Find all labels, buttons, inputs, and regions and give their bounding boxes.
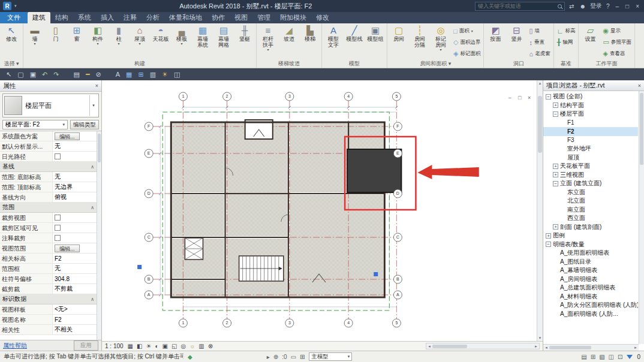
scale-button[interactable]: 1 : 100 [105,343,124,349]
zoom-count[interactable]: :0 [282,354,287,360]
file-tab[interactable]: 文件 [0,12,28,23]
tab-architecture[interactable]: 建筑 [28,12,50,23]
tile-windows-icon[interactable]: ◫ [174,71,180,78]
ribbon-button-ref-plane[interactable]: ▭参照平面 [601,37,633,48]
editable-only-icon[interactable]: ⊞ [591,354,595,360]
property-value[interactable]: 无 [53,264,97,273]
ribbon-button-by-face[interactable]: ◩按面 [485,24,505,60]
ribbon-panel-label[interactable]: 基准 [555,60,577,68]
selection-box-icon[interactable]: ▢ [17,71,23,78]
properties-help-link[interactable]: 属性帮助 [3,342,27,350]
tab-massing-site[interactable]: 体量和场地 [164,12,207,23]
ribbon-button-ramp[interactable]: ◢坡道 [279,24,299,60]
sun-path-icon[interactable]: ☀ [146,343,152,349]
browser-vertical-scrollbar[interactable] [639,91,644,344]
revit-logo[interactable]: R [3,2,11,10]
ribbon-button-curtain-grid[interactable]: ▤幕墙 网格 [213,24,234,60]
ribbon-button-area-boundary[interactable]: ◇面积边界 [452,37,482,48]
close-button[interactable]: × [634,3,641,10]
tab-manage[interactable]: 管理 [252,12,275,23]
ribbon-button-modify[interactable]: ↖修改 [1,24,22,60]
exchange-icon[interactable]: ⇄ [568,3,575,10]
property-value[interactable]: 无 [53,172,97,182]
ribbon-button-tag-room[interactable]: ◎标记 房间▾ [431,24,451,60]
sun-icon[interactable]: ☀ [162,71,168,78]
tree-item[interactable]: A_总建筑面积明细表 [543,283,638,292]
schedule-icon[interactable]: ▦ [126,71,132,78]
ribbon-panel-label[interactable]: 选择 ▾ [1,60,22,68]
ribbon-button-railing[interactable]: ≡栏杆 扶手▾ [258,24,278,60]
tab-annotate[interactable]: 注释 [119,12,142,23]
expand-icon[interactable]: + [553,102,558,108]
ribbon-button-viewer[interactable]: ◈查看器 [601,48,633,59]
property-value[interactable]: 无边界 [53,182,97,192]
design-options-select[interactable]: 主模型 ▾ [309,352,352,361]
property-value[interactable]: 编辑... [53,243,97,253]
ribbon-button-wall[interactable]: ▬墙▾ [25,24,45,60]
ribbon-button-room-separator[interactable]: ┆房间 分隔 [410,24,430,60]
zoom-icon[interactable]: ⊕ [273,354,278,360]
paste-icon[interactable]: ▣ [30,71,36,78]
collapse-icon[interactable]: − [553,111,558,117]
tree-item[interactable]: A_图纸目录 [543,258,638,267]
ribbon-button-show-work-plane[interactable]: ◉显示 [601,25,633,37]
redo-icon[interactable]: ↷ [53,71,59,78]
property-value[interactable]: 不剪裁 [53,284,97,294]
tab-systems[interactable]: 系统 [73,12,96,23]
constraints-icon[interactable]: ⊗ [208,343,213,349]
edit-button[interactable]: 编辑... [55,245,80,252]
property-section-header[interactable]: 范围∧ [0,203,97,213]
collapse-icon[interactable]: − [546,94,551,99]
property-value[interactable] [53,223,97,233]
ribbon-button-model-group[interactable]: ▣模型组 [365,24,386,60]
tree-item[interactable]: F3 [543,136,638,145]
edit-button[interactable]: 编辑... [55,132,80,140]
ribbon-button-model-text[interactable]: A模型 文字 [323,24,344,60]
properties-close-icon[interactable]: × [95,83,98,89]
text-tool-icon[interactable]: A [116,71,120,78]
tree-item[interactable]: +结构平面 [543,101,638,110]
undo-icon[interactable]: ↶ [42,71,47,78]
property-value[interactable]: 不相关 [53,325,97,334]
property-value[interactable]: 304.8 [53,274,97,283]
user-icon[interactable]: ☻ [578,3,587,10]
collapse-icon[interactable]: − [553,181,558,186]
ribbon-button-set-work-plane[interactable]: ▱设置 [580,24,600,60]
ribbon-button-ceiling[interactable]: ◓天花板 [151,24,171,60]
tree-item[interactable]: −楼层平面 [543,110,638,119]
project-browser-close-icon[interactable]: × [638,83,641,89]
tree-item[interactable]: F1 [543,119,638,128]
maximize-button[interactable]: □ [624,3,631,10]
checkbox[interactable] [55,235,61,241]
tree-item[interactable]: +剖面 (建筑剖面) [543,223,638,232]
view-filter-combo[interactable]: 楼层平面: F2 ▾ [2,120,68,129]
visual-style-icon[interactable]: ◧ [137,343,142,349]
tree-item[interactable]: 东立面 [543,188,638,197]
horizontal-scrollbar[interactable]: ◄ ► [426,343,540,349]
ribbon-button-mullion[interactable]: ╫竖梃 [234,24,255,60]
tab-modify[interactable]: 修改 [311,12,334,23]
ribbon-button-grid[interactable]: ╂轴网 [555,37,577,48]
exclude-options-icon[interactable]: ▧ [599,354,604,360]
tree-item[interactable]: A_面积明细表 (人防... [543,310,638,319]
ribbon-panel-label[interactable]: 房间和面积 ▾ [389,60,482,68]
property-value[interactable] [53,152,97,161]
highlighted-room[interactable] [347,149,401,192]
ribbon-button-column[interactable]: ▮柱▾ [109,24,129,60]
ribbon-panel-label[interactable]: 构建 [25,60,255,68]
collapse-icon[interactable]: ∧ [91,297,94,302]
background-process-icon[interactable]: ⊡ [618,354,622,360]
tab-collaborate[interactable]: 协作 [207,12,230,23]
ribbon-button-room[interactable]: ▢房间 [389,24,409,60]
temporary-view-properties-icon[interactable]: ▥ [198,343,204,349]
browser-horizontal-scrollbar[interactable]: ◄► [543,344,639,351]
ribbon-button-component[interactable]: ◧构件▾ [88,24,108,60]
collapse-icon[interactable]: ∧ [91,164,94,170]
reveal-hidden-icon[interactable]: ☼ [189,343,195,349]
tree-item[interactable]: +图例 [543,231,638,240]
ribbon-panel-label[interactable]: 楼梯坡道 [258,60,320,68]
ribbon-panel-label[interactable]: 模型 [323,60,386,68]
expand-icon[interactable]: + [553,164,558,169]
tree-item[interactable]: A_防火分区面积明细表 (人防) [543,301,638,310]
tree-item[interactable]: −立面 (建筑立面) [543,179,638,188]
